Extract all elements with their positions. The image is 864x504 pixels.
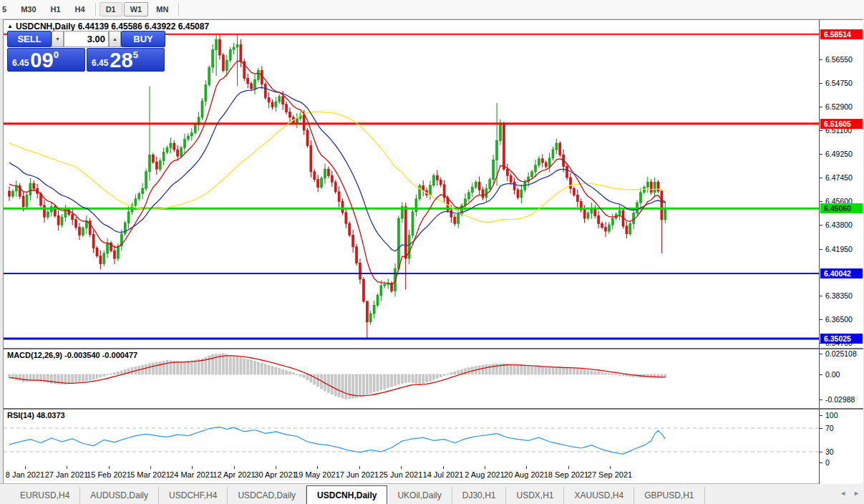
sell-button[interactable]: SELL xyxy=(7,31,52,47)
rsi-tick-label: 0 xyxy=(825,458,830,467)
one-click-trading-panel: SELL ▼ 3.00 ▲ BUY 6.45 09 0 6.45 28 5 xyxy=(7,31,165,72)
price-tick-label: 6.43800 xyxy=(825,220,853,229)
date-tick-mark xyxy=(25,466,26,469)
rsi-indicator-pane[interactable]: RSI(14) 48.0373 xyxy=(4,410,819,466)
price-tick-label: 6.52900 xyxy=(825,102,853,111)
date-tick-label: 2 Aug 2021 xyxy=(465,470,505,479)
date-tick-mark xyxy=(401,466,402,469)
chart-tab-eurusd[interactable]: EURUSD,H4 xyxy=(10,487,80,504)
chart-tab-usdcnh[interactable]: USDCNH,Daily xyxy=(306,485,387,504)
date-tick-label: 8 Jan 2021 xyxy=(6,470,44,479)
rsi-tick-label: 70 xyxy=(825,424,834,432)
chart-tab-usdx[interactable]: USDX,H1 xyxy=(506,487,564,504)
date-tick-label: 24 Mar 2021 xyxy=(170,470,214,479)
sell-price-display[interactable]: 6.45 09 0 xyxy=(7,48,85,72)
date-tick-mark xyxy=(443,466,444,469)
price-level-tag: 6.51605 xyxy=(820,119,863,129)
buy-price-prefix: 6.45 xyxy=(92,58,108,68)
macd-tick-mark xyxy=(820,399,822,400)
price-tick-label: 6.49250 xyxy=(825,150,853,158)
date-tick-label: 7 Jun 2021 xyxy=(340,470,379,479)
macd-tick-mark xyxy=(820,354,822,354)
date-tick-mark xyxy=(526,466,527,469)
date-tick-label: 19 May 2021 xyxy=(294,470,340,479)
macd-tick-label: 0.00 xyxy=(825,370,840,379)
buy-price-display[interactable]: 6.45 28 5 xyxy=(87,48,165,72)
macd-tick-mark xyxy=(820,374,822,375)
price-tick-mark xyxy=(820,201,822,202)
date-tick-mark xyxy=(317,466,318,469)
chart-symbol-icon: ▲ xyxy=(7,23,13,29)
toolbar-separator xyxy=(178,3,179,16)
price-tick-mark xyxy=(820,107,822,107)
chart-symbol: USDCNH,Daily xyxy=(16,21,75,32)
chart-ohlc-values: 6.44139 6.45586 6.43922 6.45087 xyxy=(78,21,210,32)
volume-input[interactable]: 3.00 xyxy=(64,31,109,47)
timeframe-button-m30[interactable]: M30 xyxy=(14,2,42,16)
price-tick-mark xyxy=(820,225,822,226)
volume-up-button[interactable]: ▲ xyxy=(109,31,121,47)
chart-tab-dj30[interactable]: DJ30,H1 xyxy=(452,487,507,504)
buy-price-big: 28 xyxy=(110,50,132,70)
chart-tab-audusd[interactable]: AUDUSD,Daily xyxy=(80,487,159,504)
macd-tick-label: -0.02988 xyxy=(825,395,855,404)
date-tick-label: 27 Sep 2021 xyxy=(588,470,632,479)
price-axis[interactable]: 6.565506.547506.529006.511006.492506.474… xyxy=(819,20,863,484)
chart-tab-gbpusd[interactable]: GBPUSD,H1 xyxy=(634,487,704,504)
date-tick-label: 14 Jul 2021 xyxy=(423,470,464,479)
buy-button[interactable]: BUY xyxy=(121,31,165,47)
date-tick-mark xyxy=(276,466,276,469)
date-tick-label: 20 Aug 2021 xyxy=(504,470,548,479)
date-tick-mark xyxy=(610,466,611,469)
price-tick-mark xyxy=(820,83,822,84)
macd-indicator-pane[interactable]: MACD(12,26,9) -0.003540 -0.000477 xyxy=(4,349,819,408)
chart-tab-usdchf[interactable]: USDCHF,H4 xyxy=(159,487,228,504)
price-tick-mark xyxy=(820,130,822,131)
timeframe-button-mn[interactable]: MN xyxy=(150,2,175,16)
price-chart-pane[interactable]: ▲USDCNH,Daily 6.44139 6.45586 6.43922 6.… xyxy=(4,20,819,348)
buy-price-pip: 5 xyxy=(133,49,138,60)
timeframe-button-w1[interactable]: W1 xyxy=(124,2,149,16)
price-tick-mark xyxy=(820,59,822,60)
date-tick-label: 12 Apr 2021 xyxy=(213,470,255,479)
price-tick-label: 6.56550 xyxy=(825,55,853,64)
date-tick-mark xyxy=(192,466,193,469)
chart-tab-xauusd[interactable]: XAUUSD,H4 xyxy=(564,487,634,504)
chart-window: ▲USDCNH,Daily 6.44139 6.45586 6.43922 6.… xyxy=(3,19,863,483)
date-tick-label: 27 Jan 2021 xyxy=(45,470,89,479)
rsi-tick-label: 100 xyxy=(825,411,838,420)
chart-tab-usdcad[interactable]: USDCAD,Daily xyxy=(228,487,306,504)
timeframe-button-5[interactable]: 5 xyxy=(0,2,13,16)
chart-title: ▲USDCNH,Daily 6.44139 6.45586 6.43922 6.… xyxy=(7,21,209,32)
rsi-chart[interactable] xyxy=(4,410,819,466)
rsi-tick-mark xyxy=(820,428,822,429)
chart-tab-ukoil[interactable]: UKOil,Daily xyxy=(387,487,452,504)
date-tick-label: 25 Jun 2021 xyxy=(379,470,423,479)
sell-price-big: 09 xyxy=(30,50,53,70)
date-axis[interactable]: 8 Jan 202127 Jan 202115 Feb 20215 Mar 20… xyxy=(4,466,819,484)
price-level-tag: 6.35025 xyxy=(820,334,863,344)
timeframe-button-h4[interactable]: H4 xyxy=(69,2,92,16)
rsi-tick-mark xyxy=(820,452,822,452)
volume-down-button[interactable]: ▼ xyxy=(52,31,64,47)
price-level-tag: 6.40042 xyxy=(820,268,863,278)
date-tick-mark xyxy=(67,466,67,469)
date-tick-label: 15 Feb 2021 xyxy=(87,470,131,479)
price-tick-label: 6.38350 xyxy=(825,291,853,300)
rsi-label: RSI(14) 48.0373 xyxy=(7,411,65,420)
price-level-tag: 6.45060 xyxy=(820,203,863,213)
date-tick-label: 30 Apr 2021 xyxy=(254,470,296,479)
price-tick-mark xyxy=(820,296,822,296)
date-tick-label: 8 Sep 2021 xyxy=(548,470,588,479)
macd-label: MACD(12,26,9) -0.003540 -0.000477 xyxy=(7,351,137,359)
timeframe-button-h1[interactable]: H1 xyxy=(44,2,67,16)
rsi-tick-mark xyxy=(820,462,822,463)
price-tick-label: 6.54750 xyxy=(825,79,853,87)
pane-separator[interactable] xyxy=(4,408,863,410)
date-tick-mark xyxy=(234,466,235,469)
tabs-scroll-right-icon[interactable]: ► xyxy=(853,490,860,497)
tabs-scroll-left-icon[interactable]: ◄ xyxy=(840,490,846,497)
price-tick-mark xyxy=(820,178,822,178)
pane-separator[interactable] xyxy=(4,348,863,349)
timeframe-button-d1[interactable]: D1 xyxy=(99,2,122,16)
